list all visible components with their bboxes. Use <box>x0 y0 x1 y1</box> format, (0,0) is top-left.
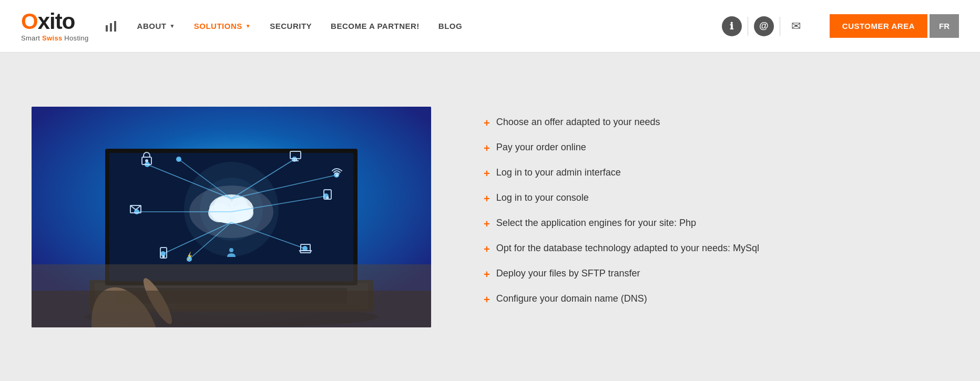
feature-list-container: +Choose an offer adapted to your needs+P… <box>473 116 948 318</box>
list-item: +Log in to your admin interface <box>484 167 948 180</box>
plus-icon: + <box>484 217 490 231</box>
nav-item-solutions[interactable]: SOLUTIONS ▼ <box>185 0 260 53</box>
main-nav: ABOUT ▼ SOLUTIONS ▼ SECURITY BECOME A PA… <box>128 0 719 53</box>
svg-point-37 <box>146 160 148 162</box>
plus-icon: + <box>484 116 490 130</box>
svg-rect-2 <box>114 21 116 32</box>
customer-area-button[interactable]: CUSTOMER AREA <box>830 14 927 38</box>
nav-item-become-partner[interactable]: BECOME A PARTNER! <box>321 0 429 53</box>
language-button[interactable]: FR <box>930 14 959 38</box>
svg-rect-1 <box>110 23 112 32</box>
header-icons: ℹ @ ✉ <box>719 14 809 39</box>
nav-item-security[interactable]: SECURITY <box>260 0 321 53</box>
logo-brand: Oxito <box>21 11 89 33</box>
list-item: +Pay your order online <box>484 141 948 155</box>
svg-point-44 <box>327 197 329 198</box>
site-header: Oxito Smart Swiss Hosting ABOUT ▼ SOLUTI… <box>0 0 980 53</box>
hero-illustration <box>32 107 431 327</box>
mail-button[interactable]: ✉ <box>783 14 809 39</box>
plus-icon: + <box>484 293 490 306</box>
list-item: +Choose an offer adapted to your needs <box>484 116 948 130</box>
svg-point-46 <box>163 255 165 257</box>
list-item: +Deploy your files by SFTP transfer <box>484 267 948 281</box>
logo-tagline: Smart Swiss Hosting <box>21 35 89 42</box>
logo-link[interactable]: Oxito Smart Swiss Hosting <box>21 11 89 42</box>
plus-icon: + <box>484 242 490 256</box>
chevron-down-icon: ▼ <box>169 23 175 29</box>
nav-item-blog[interactable]: BLOG <box>429 0 472 53</box>
svg-point-54 <box>200 178 263 241</box>
svg-point-31 <box>134 209 139 214</box>
plus-icon: + <box>484 267 490 281</box>
svg-point-28 <box>176 157 181 162</box>
list-item: +Configure your domain name (DNS) <box>484 293 948 306</box>
plus-icon: + <box>484 167 490 180</box>
svg-point-34 <box>187 256 192 262</box>
divider <box>748 17 748 36</box>
plus-icon: + <box>484 192 490 205</box>
at-icon: @ <box>754 16 774 36</box>
divider <box>780 17 780 36</box>
list-item: +Opt for the database technology adapted… <box>484 242 948 256</box>
chevron-down-icon: ▼ <box>246 23 251 29</box>
svg-rect-0 <box>106 25 108 32</box>
info-button[interactable]: ℹ <box>719 14 744 39</box>
nav-item-about[interactable]: ABOUT ▼ <box>128 0 185 53</box>
main-content: +Choose an offer adapted to your needs+P… <box>0 53 980 381</box>
svg-rect-56 <box>32 291 431 327</box>
svg-point-50 <box>336 174 338 176</box>
at-button[interactable]: @ <box>751 14 777 39</box>
list-item: +Log in to your console <box>484 192 948 205</box>
feature-list: +Choose an offer adapted to your needs+P… <box>484 116 948 306</box>
hero-image <box>32 107 431 327</box>
plus-icon: + <box>484 141 490 155</box>
list-item: +Select the application engines for your… <box>484 217 948 231</box>
logo: Oxito Smart Swiss Hosting <box>21 11 89 42</box>
bar-chart-icon <box>105 20 117 33</box>
info-icon: ℹ <box>722 16 742 36</box>
